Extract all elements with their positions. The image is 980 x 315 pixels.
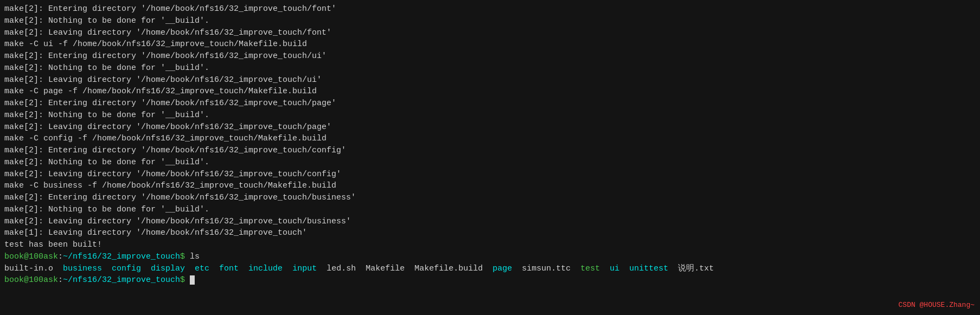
prompt-empty-line[interactable]: book@100ask:~/nfs16/32_improve_touch$ xyxy=(4,274,976,286)
output-line-17: make[2]: Entering directory '/home/book/… xyxy=(4,192,976,204)
terminal: make[2]: Entering directory '/home/book/… xyxy=(0,0,980,315)
ls-item-test: test xyxy=(580,264,610,273)
ls-output-line: built-in.o business config display etc f… xyxy=(4,263,976,275)
prompt-path: ~/nfs16/32_improve_touch xyxy=(63,252,180,261)
watermark: CSDN @HOUSE.Zhang~ xyxy=(899,300,975,311)
prompt-symbol-2: $ xyxy=(180,275,185,285)
ls-item-simsun: simsun.ttc xyxy=(522,264,580,273)
ls-item-makefile: Makefile xyxy=(366,264,414,273)
ls-item-ui: ui xyxy=(610,264,629,273)
terminal-cursor xyxy=(190,275,195,285)
prompt-user-host-2: book@100ask xyxy=(4,275,58,285)
output-line-1: make[2]: Entering directory '/home/book/… xyxy=(4,3,976,15)
ls-item-builtin: built-in.o xyxy=(4,264,63,273)
output-line-18: make[2]: Nothing to be done for '__build… xyxy=(4,204,976,216)
prompt-command: ls xyxy=(185,252,200,261)
prompt-symbol: $ xyxy=(180,252,185,261)
output-line-19: make[2]: Leaving directory '/home/book/n… xyxy=(4,216,976,228)
output-line-5: make[2]: Entering directory '/home/book/… xyxy=(4,50,976,62)
output-line-12: make -C config -f /home/book/nfs16/32_im… xyxy=(4,133,976,145)
prompt-path-2: ~/nfs16/32_improve_touch xyxy=(63,275,180,285)
ls-item-business: business xyxy=(63,264,112,273)
ls-item-config: config xyxy=(112,264,151,273)
ls-item-input: input xyxy=(292,264,326,273)
ls-item-page: page xyxy=(492,264,522,273)
output-line-7: make[2]: Leaving directory '/home/book/n… xyxy=(4,74,976,86)
prompt-ls-line: book@100ask:~/nfs16/32_improve_touch$ ls xyxy=(4,251,976,263)
prompt-colon-2: : xyxy=(58,275,63,285)
output-line-3: make[2]: Leaving directory '/home/book/n… xyxy=(4,27,976,39)
ls-item-display: display xyxy=(151,264,195,273)
ls-item-include: include xyxy=(248,264,292,273)
output-line-15: make[2]: Leaving directory '/home/book/n… xyxy=(4,169,976,181)
output-line-21: test has been built! xyxy=(4,239,976,251)
output-line-6: make[2]: Nothing to be done for '__build… xyxy=(4,62,976,74)
prompt-user-host: book@100ask xyxy=(4,252,58,261)
ls-item-readme: 说明.txt xyxy=(678,264,714,273)
output-line-20: make[1]: Leaving directory '/home/book/n… xyxy=(4,227,976,239)
ls-item-ledsh: led.sh xyxy=(326,264,366,273)
ls-item-font: font xyxy=(219,264,248,273)
output-line-4: make -C ui -f /home/book/nfs16/32_improv… xyxy=(4,38,976,50)
ls-item-etc: etc xyxy=(195,264,219,273)
output-line-8: make -C page -f /home/book/nfs16/32_impr… xyxy=(4,86,976,98)
output-line-14: make[2]: Nothing to be done for '__build… xyxy=(4,157,976,169)
prompt-colon: : xyxy=(58,252,63,261)
ls-item-unittest: unittest xyxy=(629,264,678,273)
output-line-9: make[2]: Entering directory '/home/book/… xyxy=(4,98,976,110)
prompt-space xyxy=(185,275,190,285)
output-line-11: make[2]: Leaving directory '/home/book/n… xyxy=(4,121,976,133)
output-line-16: make -C business -f /home/book/nfs16/32_… xyxy=(4,180,976,192)
output-line-13: make[2]: Entering directory '/home/book/… xyxy=(4,145,976,157)
output-line-2: make[2]: Nothing to be done for '__build… xyxy=(4,15,976,27)
ls-item-makefile-build: Makefile.build xyxy=(414,264,492,273)
output-line-10: make[2]: Nothing to be done for '__build… xyxy=(4,110,976,121)
